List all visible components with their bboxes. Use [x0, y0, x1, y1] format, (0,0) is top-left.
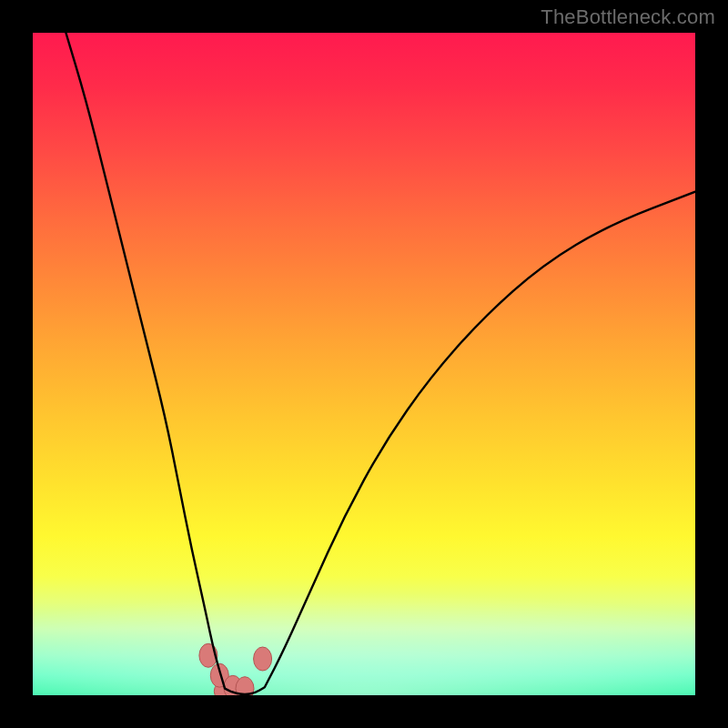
attribution-label: TheBottleneck.com [541, 5, 715, 29]
plot-area [33, 33, 695, 695]
valley-marker [254, 647, 272, 671]
outer-frame: TheBottleneck.com [0, 0, 728, 728]
valley-marker [236, 677, 254, 695]
valley-markers [199, 643, 272, 695]
curve-path [66, 33, 695, 694]
bottleneck-curve [33, 33, 695, 695]
